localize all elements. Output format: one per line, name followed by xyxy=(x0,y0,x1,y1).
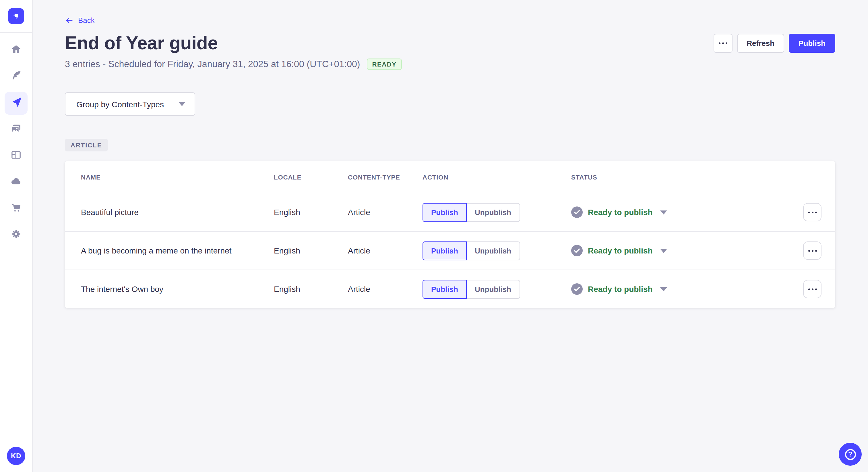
table-header-row: NAME LOCALE CONTENT-TYPE ACTION STATUS xyxy=(65,161,835,193)
group-by-value: Group by Content-Types xyxy=(76,100,164,109)
entries-table: NAME LOCALE CONTENT-TYPE ACTION STATUS B… xyxy=(65,161,835,308)
entry-status: Ready to publish xyxy=(571,245,803,256)
sidebar-nav xyxy=(5,39,28,247)
sidebar: KD xyxy=(0,0,33,472)
header-actions: Refresh Publish xyxy=(713,34,835,53)
sidebar-item-settings[interactable] xyxy=(5,224,28,247)
table-row: Beautiful picture English Article Publis… xyxy=(65,193,835,231)
row-more-button[interactable] xyxy=(803,203,822,222)
release-subtitle: 3 entries - Scheduled for Friday, Januar… xyxy=(65,59,360,69)
status-label: Ready to publish xyxy=(588,284,653,294)
status-check-icon xyxy=(571,245,583,256)
status-chevron-down-icon[interactable] xyxy=(660,210,667,214)
logo-container xyxy=(0,0,32,33)
sidebar-item-releases[interactable] xyxy=(5,92,28,115)
entry-status: Ready to publish xyxy=(571,283,803,295)
back-label: Back xyxy=(78,16,95,25)
status-label: Ready to publish xyxy=(588,246,653,255)
feather-icon xyxy=(10,70,22,84)
status-check-icon xyxy=(571,206,583,218)
publish-action-toggle: Publish Unpublish xyxy=(423,203,520,222)
row-more-button[interactable] xyxy=(803,280,822,298)
cloud-icon xyxy=(10,175,22,189)
entry-locale: English xyxy=(274,208,348,217)
entry-name: The internet's Own boy xyxy=(81,284,274,294)
paper-plane-icon xyxy=(10,96,22,110)
entry-locale: English xyxy=(274,246,348,255)
sidebar-item-content-manager[interactable] xyxy=(5,65,28,88)
images-icon xyxy=(10,123,22,136)
ellipsis-icon xyxy=(808,288,817,290)
table-row: A bug is becoming a meme on the internet… xyxy=(65,231,835,270)
status-chevron-down-icon[interactable] xyxy=(660,287,667,291)
ready-status-badge: READY xyxy=(367,59,402,70)
arrow-left-icon xyxy=(65,16,73,25)
release-more-button[interactable] xyxy=(713,34,732,53)
ellipsis-icon xyxy=(808,211,817,213)
unpublish-option-button[interactable]: Unpublish xyxy=(466,203,520,222)
column-header-content-type: CONTENT-TYPE xyxy=(348,173,423,180)
column-header-action: ACTION xyxy=(423,173,571,180)
table-row: The internet's Own boy English Article P… xyxy=(65,270,835,308)
sidebar-item-content-type-builder[interactable] xyxy=(5,144,28,167)
refresh-button[interactable]: Refresh xyxy=(737,34,784,53)
entry-status: Ready to publish xyxy=(571,206,803,218)
publish-option-button[interactable]: Publish xyxy=(423,279,467,299)
page-title: End of Year guide xyxy=(65,33,218,54)
user-avatar[interactable]: KD xyxy=(7,447,25,465)
publish-action-toggle: Publish Unpublish xyxy=(423,241,520,260)
strapi-logo-icon xyxy=(8,8,24,24)
sidebar-item-media-library[interactable] xyxy=(5,118,28,141)
status-label: Ready to publish xyxy=(588,208,653,217)
ellipsis-icon xyxy=(718,42,727,44)
column-header-name: NAME xyxy=(81,173,274,180)
cart-icon xyxy=(10,202,22,216)
home-icon xyxy=(10,43,22,57)
question-mark-icon: ? xyxy=(845,449,856,460)
publish-release-button[interactable]: Publish xyxy=(789,34,835,53)
entry-locale: English xyxy=(274,284,348,294)
column-header-status: STATUS xyxy=(571,173,803,180)
entry-name: Beautiful picture xyxy=(81,208,274,217)
entry-name: A bug is becoming a meme on the internet xyxy=(81,246,274,255)
entry-content-type: Article xyxy=(348,246,423,255)
status-chevron-down-icon[interactable] xyxy=(660,248,667,252)
back-link[interactable]: Back xyxy=(65,16,95,25)
group-by-select[interactable]: Group by Content-Types xyxy=(65,92,195,116)
strapi-release-page: KD Back End of Year guide Refresh Publis… xyxy=(0,0,868,472)
publish-option-button[interactable]: Publish xyxy=(423,241,467,260)
ellipsis-icon xyxy=(808,250,817,251)
status-check-icon xyxy=(571,283,583,295)
chevron-down-icon xyxy=(179,102,185,106)
sidebar-item-marketplace[interactable] xyxy=(5,197,28,220)
publish-action-toggle: Publish Unpublish xyxy=(423,279,520,299)
content-type-group-badge: ARTICLE xyxy=(65,139,107,151)
publish-option-button[interactable]: Publish xyxy=(423,203,467,222)
unpublish-option-button[interactable]: Unpublish xyxy=(466,279,520,299)
sidebar-item-home[interactable] xyxy=(5,39,28,62)
sidebar-item-cloud[interactable] xyxy=(5,171,28,194)
layout-icon xyxy=(10,149,22,163)
entry-content-type: Article xyxy=(348,284,423,294)
help-button[interactable]: ? xyxy=(839,443,862,466)
unpublish-option-button[interactable]: Unpublish xyxy=(466,241,520,260)
gear-icon xyxy=(10,228,22,242)
column-header-locale: LOCALE xyxy=(274,173,348,180)
main-content: Back End of Year guide Refresh Publish 3… xyxy=(33,0,868,472)
row-more-button[interactable] xyxy=(803,241,822,260)
entry-content-type: Article xyxy=(348,208,423,217)
